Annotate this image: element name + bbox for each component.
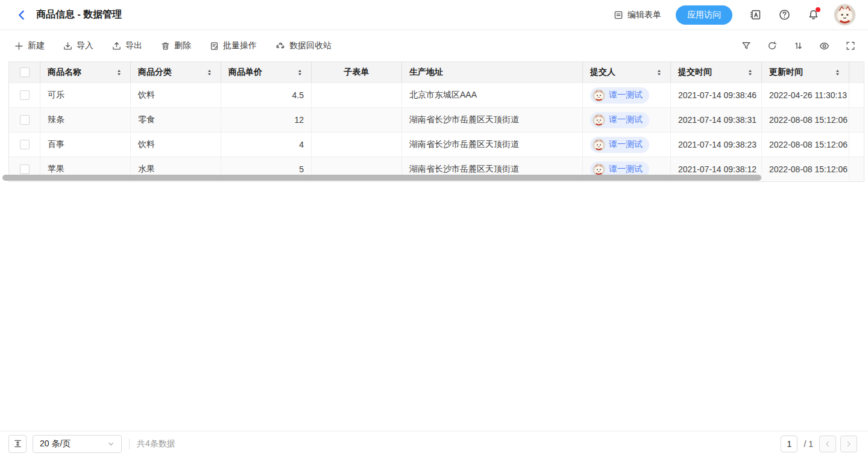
column-label: 提交时间: [678, 67, 712, 78]
fullscreen-button[interactable]: [846, 41, 855, 51]
prev-page-button[interactable]: [819, 436, 836, 452]
notification-badge: [816, 7, 820, 12]
submitter-name: 谭一测试: [609, 90, 643, 101]
select-all-checkbox[interactable]: [20, 67, 30, 77]
row-checkbox[interactable]: [20, 90, 30, 100]
table-header-row: 商品名称 商品分类 商品单价 子表单 生产地址 提交人 提交时间 更新时间: [9, 62, 864, 83]
table-row[interactable]: 辣条 零食 12 湖南省长沙市岳麓区天顶街道 谭一测试 2021-07-14 0…: [9, 107, 864, 132]
submitter-avatar-icon: [593, 139, 605, 151]
recycle-bin-button[interactable]: 数据回收站: [275, 40, 332, 51]
column-header-submit-time[interactable]: 提交时间: [671, 62, 762, 83]
sort-button[interactable]: [793, 41, 803, 51]
refresh-button[interactable]: [767, 41, 777, 51]
cell-submit-time: 2021-07-14 09:38:31: [671, 108, 762, 132]
table-row[interactable]: 可乐 饮料 4.5 北京市东城区AAA 谭一测试 2021-07-14 09:3…: [9, 83, 864, 107]
cell-submitter: 谭一测试: [583, 83, 671, 107]
cell-name: 可乐: [40, 83, 131, 107]
total-count-text: 共4条数据: [137, 439, 175, 449]
help-button[interactable]: [779, 9, 790, 20]
contacts-button[interactable]: [750, 9, 761, 20]
table-row[interactable]: 百事 饮料 4 湖南省长沙市岳麓区天顶街道 谭一测试 2021-07-14 09…: [9, 132, 864, 157]
app-access-button[interactable]: 应用访问: [676, 5, 732, 25]
page-size-value: 20 条/页: [40, 439, 71, 449]
visibility-eye-icon: [819, 41, 829, 51]
fullscreen-icon: [846, 41, 855, 51]
column-header-category[interactable]: 商品分类: [131, 62, 221, 83]
horizontal-scrollbar-thumb[interactable]: [2, 175, 761, 181]
back-button[interactable]: [16, 9, 28, 21]
batch-operation-button[interactable]: 批量操作: [210, 40, 257, 51]
sort-caret-icon[interactable]: [296, 69, 304, 77]
next-page-button[interactable]: [840, 436, 857, 452]
import-icon: [63, 42, 72, 51]
cell-name: 辣条: [40, 108, 131, 132]
avatar-cat-icon: [834, 4, 855, 25]
column-header-subform[interactable]: 子表单: [312, 62, 402, 83]
new-button[interactable]: 新建: [14, 40, 45, 51]
cell-update-time: 2022-04-26 11:30:13: [762, 83, 849, 107]
row-checkbox[interactable]: [20, 115, 30, 125]
batch-delete-label: 删除: [174, 40, 191, 51]
page-title: 商品信息 - 数据管理: [36, 8, 122, 21]
sort-caret-icon[interactable]: [206, 69, 213, 77]
cell-address: 湖南省长沙市岳麓区天顶街道: [402, 133, 583, 157]
sort-caret-icon[interactable]: [655, 69, 663, 77]
filter-button[interactable]: [741, 41, 751, 51]
user-avatar[interactable]: [834, 4, 855, 25]
form-icon: [614, 10, 623, 20]
submitter-chip: 谭一测试: [590, 137, 649, 153]
column-label: 更新时间: [769, 67, 803, 78]
chevron-left-icon: [824, 440, 831, 448]
current-page-box[interactable]: 1: [781, 436, 797, 452]
column-visibility-button[interactable]: [819, 41, 829, 51]
sort-caret-icon[interactable]: [834, 69, 841, 77]
row-height-button[interactable]: [8, 435, 27, 453]
edit-form-button[interactable]: 编辑表单: [614, 10, 661, 20]
row-checkbox[interactable]: [20, 140, 30, 149]
column-header-update-time[interactable]: 更新时间: [762, 62, 849, 83]
row-checkbox[interactable]: [20, 164, 30, 174]
toolbar: 新建 导入 导出 删除 批量操作: [0, 30, 868, 61]
batch-operation-label: 批量操作: [223, 40, 257, 51]
trash-icon: [161, 42, 170, 51]
cell-address: 北京市东城区AAA: [402, 83, 583, 107]
submitter-chip: 谭一测试: [590, 87, 649, 104]
submitter-name: 谭一测试: [609, 164, 643, 175]
cell-category: 零食: [131, 108, 221, 132]
import-button[interactable]: 导入: [63, 40, 93, 51]
column-header-address[interactable]: 生产地址: [402, 62, 583, 83]
cell-price: 4: [221, 133, 312, 157]
cell-spacer: [849, 133, 864, 157]
help-icon: [779, 9, 790, 20]
chevron-down-icon: [107, 440, 115, 448]
top-bar: 商品信息 - 数据管理 编辑表单 应用访问: [0, 0, 868, 30]
column-header-price[interactable]: 商品单价: [221, 62, 312, 83]
sort-caret-icon[interactable]: [746, 69, 754, 77]
cell-price: 4.5: [221, 83, 312, 107]
chevron-right-icon: [845, 440, 852, 448]
column-header-spacer: [849, 62, 864, 83]
column-label: 子表单: [344, 67, 370, 78]
cell-price: 12: [221, 108, 312, 132]
column-label: 生产地址: [409, 67, 443, 78]
cell-submitter: 谭一测试: [583, 133, 671, 157]
export-button[interactable]: 导出: [112, 40, 142, 51]
cell-submit-time: 2021-07-14 09:38:46: [671, 83, 762, 107]
column-label: 商品单价: [228, 67, 262, 78]
bottom-bar: 20 条/页 共4条数据 1 / 1: [0, 431, 868, 456]
export-label: 导出: [125, 40, 142, 51]
delete-button[interactable]: 删除: [161, 40, 191, 51]
column-header-name[interactable]: 商品名称: [40, 62, 131, 83]
contacts-icon: [750, 9, 761, 20]
cell-spacer: [849, 157, 864, 181]
page-size-select[interactable]: 20 条/页: [33, 435, 122, 453]
cell-submit-time: 2021-07-14 09:38:23: [671, 133, 762, 157]
sort-caret-icon[interactable]: [115, 69, 123, 77]
column-header-submitter[interactable]: 提交人: [583, 62, 671, 83]
submitter-chip: 谭一测试: [590, 112, 649, 128]
notifications-button[interactable]: [808, 9, 819, 20]
row-select-cell: [9, 108, 40, 132]
column-label: 提交人: [590, 67, 615, 78]
sort-icon: [793, 41, 803, 51]
batch-edit-icon: [210, 42, 219, 51]
